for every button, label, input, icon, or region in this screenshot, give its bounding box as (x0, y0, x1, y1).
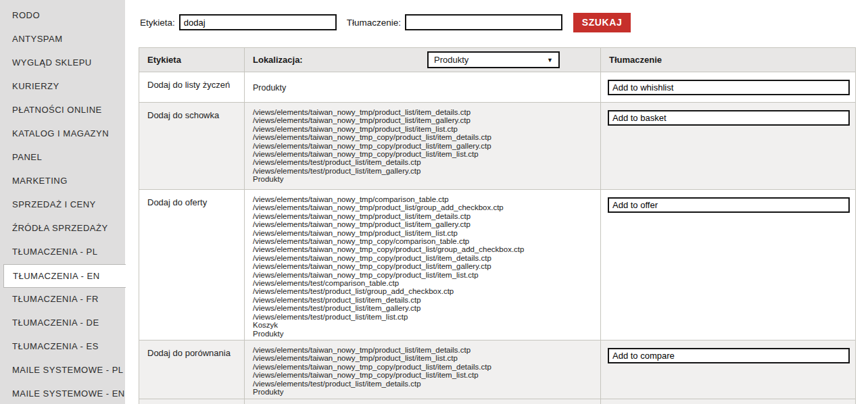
translation-input[interactable] (608, 80, 850, 95)
table-row: Dodaj do porównania /views/elements/taiw… (139, 340, 855, 399)
header-tlumaczenie: Tłumaczenie (600, 48, 855, 72)
table-header-row: Etykieta Lokalizacja: Produkty ▼ Tłumacz… (139, 48, 855, 72)
location-select[interactable]: Produkty ▼ (427, 51, 560, 68)
sidebar-item-maile-systemowe-pl[interactable]: MAILE SYSTEMOWE - PL (0, 359, 125, 382)
header-lokalizacja: Lokalizacja: Produkty ▼ (244, 48, 600, 72)
header-etykieta: Etykieta (139, 48, 244, 72)
sidebar-item-sprzedaz-i-ceny[interactable]: SPRZEDAŻ I CENY (0, 193, 125, 217)
etykieta-label: Etykieta: (140, 18, 175, 28)
sidebar-item-tlumaczenia-fr[interactable]: TŁUMACZENIA - FR (0, 288, 125, 311)
szukaj-button[interactable]: SZUKAJ (573, 13, 631, 32)
sidebar-item-tlumaczenia-es[interactable]: TŁUMACZENIA - ES (0, 335, 125, 359)
location-select-value: Produkty (434, 55, 468, 65)
sidebar-item-platnosci-online[interactable]: PŁATNOŚCI ONLINE (0, 99, 125, 122)
sidebar-item-marketing[interactable]: MARKETING (0, 170, 125, 193)
row-translation-cell (600, 340, 855, 399)
sidebar-item-antyspam[interactable]: ANTYSPAM (0, 28, 125, 51)
translations-table: Etykieta Lokalizacja: Produkty ▼ Tłumacz… (139, 47, 856, 404)
etykieta-input[interactable] (179, 14, 337, 30)
chevron-down-icon: ▼ (547, 57, 553, 64)
row-label: Dodaj do listy życzeń (139, 72, 244, 102)
sidebar-item-wyglad-sklepu[interactable]: WYGLĄD SKLEPU (0, 51, 125, 75)
header-lokalizacja-label: Lokalizacja: (253, 55, 303, 65)
row-locations: /views/elements/taiwan_nowy_tmp/comparis… (244, 190, 600, 340)
sidebar-item-tlumaczenia-en[interactable]: TŁUMACZENIA - EN (3, 264, 126, 288)
sidebar-item-katalog-i-magazyn[interactable]: KATALOG I MAGAZYN (0, 122, 125, 146)
search-form: Etykieta: Tłumaczenie: SZUKAJ (140, 12, 631, 32)
tlumaczenie-label: Tłumaczenie: (347, 18, 401, 28)
translation-input[interactable] (608, 197, 850, 213)
tlumaczenie-input[interactable] (405, 14, 562, 30)
sidebar-item-kurierzy[interactable]: KURIERZY (0, 75, 125, 99)
sidebar-item-zrodla-sprzedazy[interactable]: ŹRÓDŁA SPRZEDAŻY (0, 217, 125, 241)
sidebar-item-maile-systemowe-en[interactable]: MAILE SYSTEMOWE - EN (0, 382, 125, 404)
row-translation-cell (600, 103, 855, 189)
sidebar: RODO ANTYSPAM WYGLĄD SKLEPU KURIERZY PŁA… (0, 0, 125, 404)
row-locations: /views/elements/taiwan_nowy_tmp/product_… (244, 340, 600, 399)
sidebar-item-panel[interactable]: PANEL (0, 146, 125, 170)
row-label: Dodaj do schowka (139, 103, 244, 189)
row-locations: /views/elements/taiwan_nowy_tmp/product_… (244, 103, 600, 189)
row-translation-cell (600, 72, 855, 102)
table-row: Dodaj do oferty /views/elements/taiwan_n… (139, 190, 855, 340)
sidebar-item-tlumaczenia-pl[interactable]: TŁUMACZENIA - PL (0, 241, 125, 264)
row-locations: Produkty (244, 72, 600, 102)
row-translation-cell (600, 190, 855, 340)
table-row: Dodaj do schowka /views/elements/taiwan_… (139, 103, 855, 190)
table-row-partial (139, 399, 855, 404)
translation-input[interactable] (608, 110, 850, 126)
row-label: Dodaj do oferty (139, 190, 244, 340)
sidebar-item-tlumaczenia-de[interactable]: TŁUMACZENIA - DE (0, 311, 125, 335)
table-row: Dodaj do listy życzeń Produkty (139, 72, 855, 103)
translation-input[interactable] (608, 348, 850, 363)
row-label: Dodaj do porównania (139, 340, 244, 399)
sidebar-item-rodo[interactable]: RODO (0, 4, 125, 28)
